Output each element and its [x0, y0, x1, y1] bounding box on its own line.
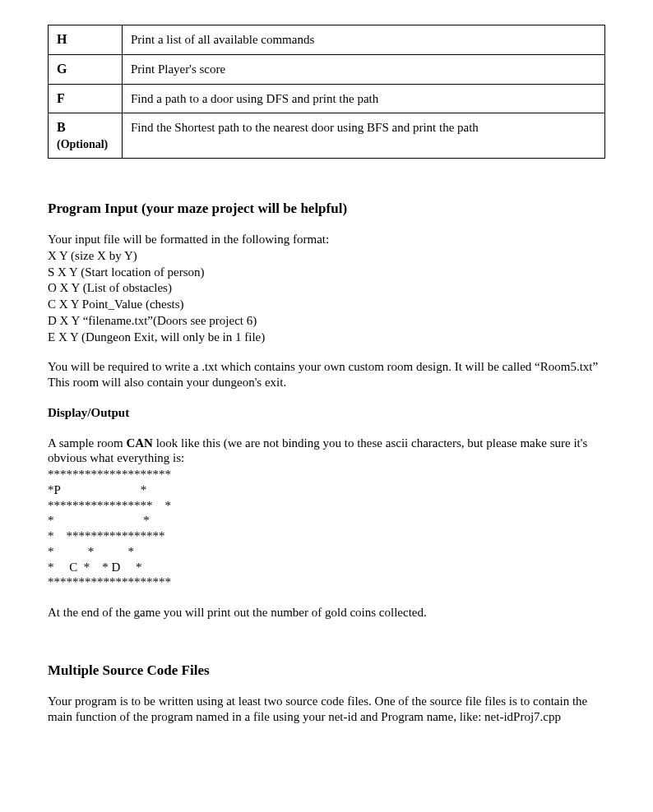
- heading-multiple-source: Multiple Source Code Files: [48, 662, 605, 679]
- input-line: O X Y (List of obstacles): [48, 280, 605, 296]
- cmd-cell: H: [49, 25, 123, 55]
- end-game-note: At the end of the game you will print ou…: [48, 605, 605, 621]
- table-row: B (Optional) Find the Shortest path to t…: [49, 113, 605, 159]
- custom-room-note: You will be required to write a .txt whi…: [48, 359, 605, 390]
- input-line: X Y (size X by Y): [48, 248, 605, 264]
- input-format-block: Your input file will be formatted in the…: [48, 232, 605, 344]
- cmd-key: H: [57, 32, 67, 46]
- multiple-source-body: Your program is to be written using at l…: [48, 694, 605, 725]
- heading-display-output: Display/Output: [48, 405, 605, 421]
- cmd-cell: F: [49, 84, 123, 113]
- table-row: F Find a path to a door using DFS and pr…: [49, 84, 605, 113]
- cmd-desc: Find a path to a door using DFS and prin…: [123, 84, 605, 113]
- cmd-desc: Print Player's score: [123, 54, 605, 84]
- table-row: G Print Player's score: [49, 54, 605, 84]
- input-line: D X Y “filename.txt”(Doors see project 6…: [48, 313, 605, 329]
- cmd-cell: G: [49, 54, 123, 84]
- cmd-key: F: [57, 91, 65, 105]
- cmd-desc: Find the Shortest path to the nearest do…: [123, 113, 605, 159]
- input-line: E X Y (Dungeon Exit, will only be in 1 f…: [48, 330, 605, 345]
- ascii-room: ******************** *P * **************…: [48, 467, 605, 590]
- input-intro: Your input file will be formatted in the…: [48, 232, 605, 247]
- cmd-desc: Print a list of all available commands: [123, 25, 605, 55]
- cmd-cell: B (Optional): [49, 113, 123, 159]
- display-intro-bold: CAN: [126, 436, 153, 450]
- heading-program-input: Program Input (your maze project will be…: [48, 200, 605, 217]
- input-line: S X Y (Start location of person): [48, 265, 605, 280]
- display-intro-pre: A sample room: [48, 436, 126, 450]
- cmd-optional: (Optional): [57, 137, 113, 152]
- table-row: H Print a list of all available commands: [49, 25, 605, 55]
- input-line: C X Y Point_Value (chests): [48, 297, 605, 312]
- cmd-key: G: [57, 62, 67, 76]
- commands-table: H Print a list of all available commands…: [48, 25, 605, 159]
- cmd-key: B: [57, 120, 66, 134]
- display-intro: A sample room CAN look like this (we are…: [48, 436, 605, 467]
